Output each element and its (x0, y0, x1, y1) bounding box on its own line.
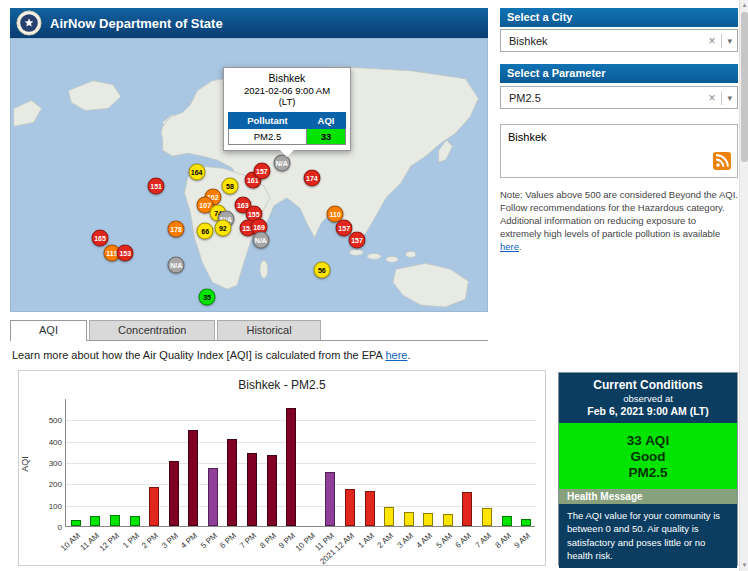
observed-datetime: Feb 6, 2021 9:00 AM (LT) (563, 405, 733, 417)
map-marker[interactable]: 92 (214, 220, 231, 237)
tab-concentration[interactable]: Concentration (89, 320, 216, 340)
chart-bar[interactable] (90, 516, 100, 526)
chart-y-axis-label: AQI (20, 444, 30, 484)
aqi-pollutant: PM2.5 (559, 465, 737, 480)
city-select-value: Bishkek (509, 35, 702, 47)
chart-bar[interactable] (345, 489, 355, 526)
select-parameter-header: Select a Parameter (500, 64, 738, 83)
map-marker[interactable]: 153 (117, 244, 134, 261)
aqi-category: Good (559, 449, 737, 464)
popup-pollutant-value: PM2.5 (229, 128, 307, 144)
scroll-up-arrow[interactable]: ▲ (740, 0, 748, 11)
aqi-world-map[interactable]: 1511645810210774161157N/A174163N/A155152… (10, 38, 488, 312)
select-divider (721, 34, 722, 48)
map-marker[interactable]: 157 (349, 232, 366, 249)
map-popup[interactable]: Bishkek 2021-02-06 9:00 AM (LT) Pollutan… (223, 67, 351, 151)
chart-bar[interactable] (227, 439, 237, 526)
chart-bar[interactable] (71, 520, 81, 526)
popup-city: Bishkek (228, 72, 346, 84)
chart-bar[interactable] (169, 461, 179, 526)
map-marker[interactable]: 178 (168, 221, 185, 238)
rss-icon[interactable] (713, 152, 731, 172)
chart-bar[interactable] (247, 453, 257, 526)
current-conditions-header: Current Conditions observed at Feb 6, 20… (559, 373, 737, 423)
map-marker[interactable]: 165 (92, 229, 109, 246)
popup-timezone: (LT) (228, 96, 346, 107)
map-marker[interactable]: 174 (303, 169, 320, 186)
map-marker[interactable]: 164 (188, 164, 205, 181)
city-select[interactable]: Bishkek × ▾ (500, 29, 738, 52)
map-marker[interactable]: N/A (252, 232, 269, 249)
chart-bar[interactable] (267, 455, 277, 526)
chart-bar[interactable] (502, 516, 512, 526)
note-period: . (519, 241, 522, 252)
select-divider (721, 91, 722, 105)
map-marker[interactable]: N/A (168, 256, 185, 273)
chart-bar[interactable] (443, 514, 453, 526)
scrollbar-thumb[interactable] (741, 12, 748, 162)
learn-more-here-link[interactable]: here (385, 349, 407, 361)
chart-bar[interactable] (208, 468, 218, 526)
beyond-aqi-note: Note: Values above 500 are considered Be… (500, 188, 738, 254)
chart-bar[interactable] (365, 491, 375, 526)
chart-bar[interactable] (286, 408, 296, 526)
chart-bar[interactable] (384, 507, 394, 526)
aqi-status-badge: 33 AQI Good PM2.5 (559, 423, 737, 489)
city-clear-icon[interactable]: × (702, 34, 721, 48)
dos-seal-logo (16, 10, 42, 36)
y-tick-label: 0 (30, 523, 62, 532)
select-city-header: Select a City (500, 8, 738, 27)
chart-plot: 010020030040050010 AM11 AM12 PM1 PM2 PM3… (65, 399, 535, 527)
map-marker[interactable]: 151 (148, 177, 165, 194)
health-message-text: The AQI value for your community is betw… (559, 504, 737, 568)
current-conditions-title: Current Conditions (563, 378, 733, 392)
chart-bar[interactable] (130, 516, 140, 526)
popup-datetime: 2021-02-06 9:00 AM (228, 85, 346, 96)
parameter-select[interactable]: PM2.5 × ▾ (500, 86, 738, 109)
chart-bar[interactable] (521, 519, 531, 526)
airnow-dos-page: AirNow Department of State 1511645810210… (0, 0, 748, 571)
chart-bar[interactable] (325, 472, 335, 526)
parameter-select-value: PM2.5 (509, 92, 702, 104)
chart-bar[interactable] (110, 515, 120, 526)
y-tick-label: 200 (30, 480, 62, 489)
feed-box: Bishkek (500, 124, 738, 178)
learn-more-period: . (407, 349, 410, 361)
gridline (66, 442, 536, 443)
map-marker[interactable]: 66 (197, 222, 214, 239)
chart-bar[interactable] (188, 430, 198, 526)
map-marker[interactable]: 56 (313, 262, 330, 279)
aqi-bar-chart: Bishkek - PM2.5 AQI 010020030040050010 A… (18, 370, 546, 566)
current-conditions-panel: Current Conditions observed at Feb 6, 20… (558, 372, 738, 566)
observed-at-label: observed at (563, 393, 733, 404)
learn-more-text: Learn more about how the Air Quality Ind… (12, 349, 385, 361)
chart-title: Bishkek - PM2.5 (19, 378, 545, 392)
note-here-link[interactable]: here (500, 241, 519, 252)
parameter-clear-icon[interactable]: × (702, 91, 721, 105)
y-tick-label: 100 (30, 502, 62, 511)
scroll-down-arrow[interactable]: ▼ (740, 560, 748, 571)
y-tick-label: 300 (30, 459, 62, 468)
chart-bar[interactable] (462, 492, 472, 526)
aqi-value: 33 AQI (559, 433, 737, 448)
map-marker[interactable]: 35 (199, 289, 216, 306)
popup-aqi-value: 33 (306, 128, 345, 144)
feed-city-label: Bishkek (508, 131, 547, 143)
gridline (66, 463, 536, 464)
city-chevron-down-icon[interactable]: ▾ (727, 36, 732, 46)
vertical-scrollbar[interactable]: ▲ ▼ (739, 0, 748, 571)
chart-bar[interactable] (404, 512, 414, 526)
tab-aqi[interactable]: AQI (10, 320, 87, 341)
map-marker[interactable]: N/A (273, 154, 290, 171)
map-marker[interactable]: 157 (253, 162, 270, 179)
learn-more-line: Learn more about how the Air Quality Ind… (12, 349, 410, 361)
parameter-chevron-down-icon[interactable]: ▾ (727, 93, 732, 103)
health-message-header: Health Message (559, 489, 737, 504)
chart-bar[interactable] (423, 513, 433, 526)
app-header: AirNow Department of State (10, 8, 488, 38)
chart-bar[interactable] (482, 508, 492, 526)
tab-historical[interactable]: Historical (217, 320, 320, 340)
map-marker[interactable]: 58 (221, 177, 238, 194)
tab-bar: AQIConcentrationHistorical (10, 320, 488, 341)
chart-bar[interactable] (149, 487, 159, 526)
